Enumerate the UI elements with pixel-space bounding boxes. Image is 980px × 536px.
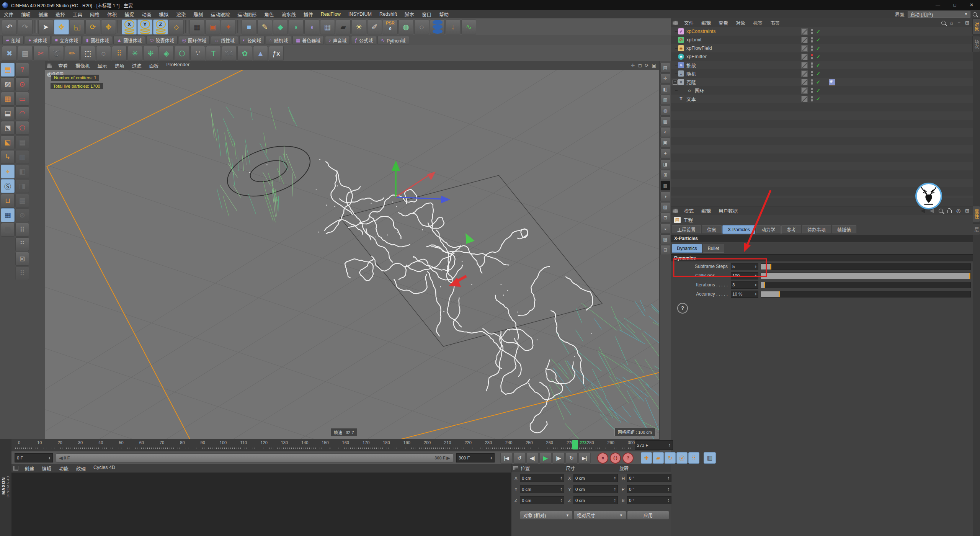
mograph-button[interactable]: ∵: [190, 46, 205, 61]
palette-button[interactable]: ▤: [660, 63, 670, 73]
panel-grip[interactable]: [47, 64, 52, 68]
am-tab[interactable]: X-Particles: [722, 225, 755, 234]
transport-button[interactable]: ↺: [513, 452, 526, 464]
panel-grip[interactable]: [13, 466, 18, 471]
object-name[interactable]: xpEmitter: [686, 54, 707, 59]
lock-icon[interactable]: [947, 210, 952, 213]
palette-button[interactable]: ▣: [660, 138, 670, 148]
tool-button[interactable]: ▦: [15, 194, 29, 208]
toolbar-button[interactable]: ▣: [205, 20, 220, 34]
toolbar-button[interactable]: ✥: [101, 20, 116, 34]
toolbar-button[interactable]: ◌: [414, 20, 429, 34]
field-button[interactable]: ▲ 圆锥体域: [113, 36, 145, 44]
am-tab[interactable]: 动力学: [756, 225, 781, 234]
menu-item[interactable]: 雕刻: [189, 11, 207, 18]
palette-button[interactable]: ◐: [660, 127, 670, 137]
search-icon[interactable]: [941, 21, 946, 25]
palette-button[interactable]: ▩: [660, 181, 670, 191]
om-menu-item[interactable]: 标签: [749, 19, 766, 26]
field-button[interactable]: ▰ 组域: [2, 36, 24, 44]
search-icon[interactable]: [973, 12, 977, 16]
keying-toggle[interactable]: ↻: [665, 452, 676, 464]
menu-item[interactable]: 捕捉: [121, 11, 138, 18]
am-menu-item[interactable]: 模式: [680, 207, 697, 214]
tool-button[interactable]: ⠿: [15, 266, 29, 280]
object-row[interactable]: − 文本 ✓: [671, 95, 973, 103]
enabled-checkmark[interactable]: ✓: [816, 29, 820, 34]
keying-toggle[interactable]: Ⓟ: [676, 452, 688, 464]
toolbar-button[interactable]: ⟳: [85, 20, 100, 34]
keying-toggle[interactable]: ▰: [653, 452, 664, 464]
visibility-dots[interactable]: [811, 46, 813, 51]
toolbar-button[interactable]: ▦: [189, 20, 204, 34]
mograph-button[interactable]: ⠿: [112, 46, 127, 61]
menu-item[interactable]: 编辑: [17, 11, 34, 18]
parameter-value-box[interactable]: 100 ▲▼: [731, 272, 758, 279]
tool-button[interactable]: ⠛: [15, 237, 29, 251]
menu-item[interactable]: RealFlow: [317, 11, 345, 17]
coordinate-field[interactable]: 0 ° ▲▼: [627, 485, 671, 493]
mograph-button[interactable]: ⬡: [175, 46, 189, 61]
help-button[interactable]: ?: [677, 303, 688, 314]
palette-button[interactable]: ✛: [660, 74, 670, 83]
toolbar-button[interactable]: ☀: [351, 20, 366, 34]
mograph-button[interactable]: ⬚: [80, 46, 95, 61]
minus-icon[interactable]: −: [958, 20, 961, 26]
material-menu-item[interactable]: 功能: [55, 465, 72, 472]
mograph-button[interactable]: ✖: [2, 46, 17, 61]
coordinate-field[interactable]: 0 cm ▲▼: [573, 485, 618, 493]
toolbar-button[interactable]: PSR 0: [383, 20, 398, 34]
field-button[interactable]: ♪ 声音域: [325, 36, 350, 44]
layer-badge[interactable]: [801, 87, 808, 94]
palette-button[interactable]: ◍: [660, 106, 670, 116]
viewport-menu-item[interactable]: 显示: [94, 62, 111, 69]
maximize-button[interactable]: □: [946, 0, 963, 10]
history-forward-icon[interactable]: ◀: [929, 207, 934, 214]
am-tab[interactable]: 待办事项: [802, 225, 831, 234]
spinner-icon[interactable]: ▲▼: [755, 293, 757, 296]
mograph-tag-icon[interactable]: [829, 79, 835, 85]
field-button[interactable]: ▦ 着色器域: [292, 36, 324, 44]
layer-badge[interactable]: [801, 79, 808, 85]
tool-button[interactable]: ▭: [15, 92, 29, 106]
am-mode-button[interactable]: Dynamics: [672, 244, 702, 253]
coordinate-field[interactable]: 0 cm ▲▼: [520, 496, 564, 504]
visibility-dots[interactable]: [811, 71, 813, 76]
toolbar-button[interactable]: ■: [242, 20, 256, 34]
toolbar-button[interactable]: ✦: [221, 20, 236, 34]
toolbar-button[interactable]: ✎: [257, 20, 272, 34]
editor-visibility-dot[interactable]: [811, 29, 813, 31]
enabled-checkmark[interactable]: ✓: [816, 62, 820, 68]
mograph-button[interactable]: ▤: [18, 46, 33, 61]
toolbar-button[interactable]: ↶: [2, 20, 17, 34]
transport-button[interactable]: ▶: [539, 452, 552, 464]
dock-tab[interactable]: 属性: [972, 206, 980, 222]
menu-item[interactable]: 动画: [138, 11, 155, 18]
record-button[interactable]: ¤: [597, 453, 608, 464]
layer-badge[interactable]: [801, 96, 808, 102]
enabled-checkmark[interactable]: ✓: [816, 37, 820, 43]
field-button[interactable]: ● 球体域: [25, 36, 50, 44]
palette-button[interactable]: ▨: [660, 202, 670, 212]
palette-button[interactable]: ⊞: [660, 170, 670, 180]
menu-item[interactable]: 窗口: [418, 11, 435, 18]
toolbar-button[interactable]: [118, 20, 120, 33]
render-visibility-dot[interactable]: [811, 49, 813, 51]
mode-button[interactable]: ⊔: [1, 194, 15, 208]
coordinate-field[interactable]: 0 cm ▲▼: [573, 474, 618, 482]
tool-button[interactable]: ⬠: [15, 121, 29, 135]
am-menu-item[interactable]: 用户数据: [715, 207, 742, 214]
keying-toggle[interactable]: ⠿: [688, 452, 699, 464]
object-name[interactable]: 圆环: [695, 87, 704, 94]
toolbar-button[interactable]: [430, 20, 445, 34]
coordinate-field[interactable]: 0 cm ▲▼: [520, 485, 564, 493]
object-row[interactable]: − 克隆 ✓: [671, 78, 973, 86]
viewport-menu-item[interactable]: 查看: [54, 62, 72, 69]
parameter-slider[interactable]: [761, 263, 971, 270]
render-visibility-dot[interactable]: [811, 40, 813, 42]
editor-visibility-dot[interactable]: [811, 79, 813, 82]
parameter-value-box[interactable]: 10 % ▲▼: [731, 291, 758, 298]
palette-button[interactable]: ▥: [660, 95, 670, 105]
om-menu-item[interactable]: 对象: [732, 19, 749, 26]
render-visibility-dot[interactable]: [811, 57, 813, 59]
